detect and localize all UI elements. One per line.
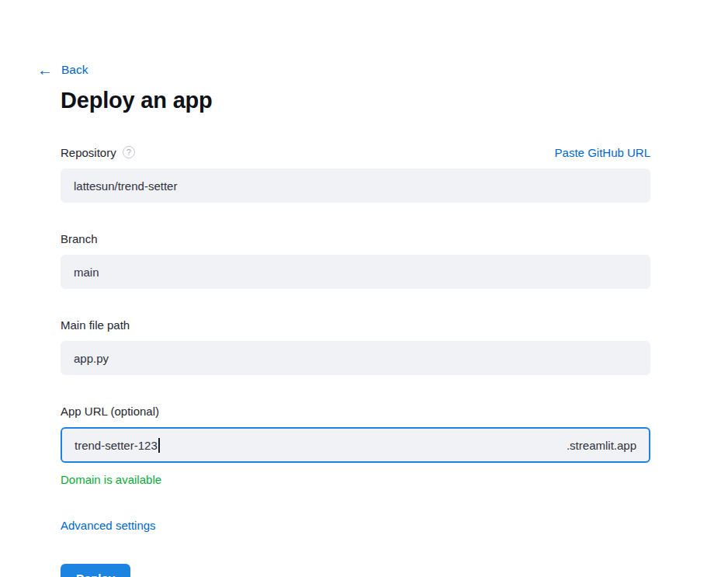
repository-label: Repository [61,146,116,159]
repository-label-wrap: Repository ? [61,146,135,159]
app-url-label: App URL (optional) [61,405,159,418]
domain-availability-status: Domain is available [61,473,650,486]
branch-label: Branch [61,232,98,245]
branch-label-wrap: Branch [61,232,98,245]
app-url-value: trend-setter-123 [75,439,158,452]
repository-label-row: Repository ? Paste GitHub URL [61,144,650,160]
deploy-button[interactable]: Deploy [61,564,130,577]
deploy-app-page: ← Back Deploy an app Repository ? Paste … [0,0,728,577]
repository-input[interactable] [61,169,650,203]
main-file-label: Main file path [61,318,130,332]
main-file-label-wrap: Main file path [61,318,130,332]
branch-input[interactable] [61,255,650,289]
back-arrow-icon: ← [37,62,53,78]
repository-help-icon[interactable]: ? [123,146,135,158]
main-file-label-row: Main file path [61,317,650,332]
back-button[interactable]: ← Back [37,62,88,78]
main-file-input[interactable] [61,341,650,375]
app-url-domain-suffix: .streamlit.app [567,439,636,452]
deploy-form: Repository ? Paste GitHub URL Branch Mai… [61,144,650,577]
page-title: Deploy an app [61,88,650,113]
app-url-input[interactable]: trend-setter-123 .streamlit.app [61,427,650,463]
paste-github-url-link[interactable]: Paste GitHub URL [555,146,650,159]
app-url-label-row: App URL (optional) [61,403,650,419]
branch-field-group: Branch [61,231,650,289]
repository-field-group: Repository ? Paste GitHub URL [61,144,650,203]
app-url-label-wrap: App URL (optional) [61,405,159,418]
text-caret [158,438,160,453]
app-url-field-group: App URL (optional) trend-setter-123 .str… [61,403,650,486]
back-label: Back [61,63,88,77]
main-file-field-group: Main file path [61,317,650,375]
branch-label-row: Branch [61,231,650,246]
advanced-settings-link[interactable]: Advanced settings [61,519,156,532]
